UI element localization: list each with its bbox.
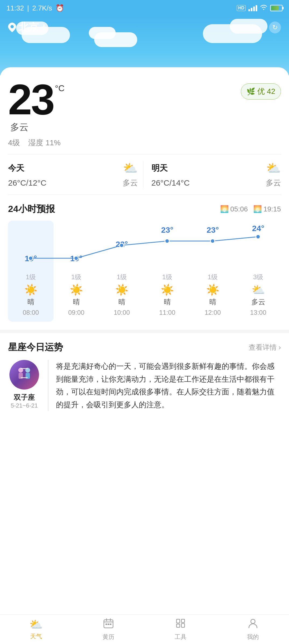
svg-rect-18 xyxy=(108,624,109,625)
wind-humidity: 4级 湿度 11% xyxy=(8,138,281,148)
temp-2: 22° xyxy=(116,240,128,249)
network-speed: 2.7K/s xyxy=(32,4,52,12)
bottom-spacer xyxy=(0,419,289,451)
temp-chart-area-2: 22° xyxy=(116,223,128,266)
desc-1: 晴 xyxy=(73,297,80,307)
aqi-value: 优 42 xyxy=(257,86,275,97)
separator: | xyxy=(27,4,29,12)
status-left: 11:32 | 2.7K/s ⏰ xyxy=(6,4,64,12)
time-4: 12:00 xyxy=(205,309,221,320)
wind-1: 1级 xyxy=(71,273,81,281)
time-2: 10:00 xyxy=(114,309,130,320)
weather-icon-3: ☀️ xyxy=(161,284,174,296)
wind-4: 1级 xyxy=(208,273,218,281)
top-header: 北京 + ↻ xyxy=(0,16,289,75)
today-weather-desc: 多云 xyxy=(123,178,138,188)
section-24h: 24小时预报 🌅 05:06 🌅 19:15 xyxy=(0,195,289,322)
refresh-button[interactable]: ↻ xyxy=(269,22,281,33)
status-bar: 11:32 | 2.7K/s ⏰ HD xyxy=(0,0,289,16)
nav-profile[interactable]: 我的 xyxy=(217,615,289,644)
cloud-decoration xyxy=(16,22,48,35)
bottom-nav: ⛅ 天气 黄历 工具 xyxy=(0,614,289,644)
svg-rect-23 xyxy=(181,624,185,627)
svg-point-24 xyxy=(251,619,255,624)
wind-2: 1级 xyxy=(117,273,127,281)
section-separator xyxy=(0,330,289,333)
location-pin-icon xyxy=(8,23,16,32)
weather-icon-0: ☀️ xyxy=(24,284,38,296)
nav-almanac[interactable]: 黄历 xyxy=(72,615,145,644)
temp-chart-area-1: 19° xyxy=(70,223,82,266)
hourly-cols: 19° 1级 ☀️ 晴 08:00 19° 1级 ☀️ 晴 09:00 xyxy=(8,221,281,322)
tomorrow-weather-desc: 多云 xyxy=(266,178,281,188)
nav-almanac-icon xyxy=(103,618,114,631)
time-5: 13:00 xyxy=(250,309,266,320)
sunrise-item: 🌅 05:06 xyxy=(220,205,248,213)
sunset-time: 19:15 xyxy=(263,205,281,213)
hour-col-3: 23° 1级 ☀️ 晴 11:00 xyxy=(144,221,190,322)
cloud-decoration xyxy=(89,27,116,39)
nav-weather[interactable]: ⛅ 天气 xyxy=(0,615,72,644)
section-header-24h: 24小时预报 🌅 05:06 🌅 19:15 xyxy=(8,203,281,215)
desc-0: 晴 xyxy=(27,297,34,307)
tomorrow-bottom: 26°C/14°C 多云 xyxy=(151,178,281,188)
desc-5: 多云 xyxy=(251,297,265,307)
horoscope-content: 双子座 5-21~6-21 将是充满好奇心的一天，可能会遇到很多新鲜有趣的事情。… xyxy=(8,360,281,411)
svg-point-0 xyxy=(10,25,14,28)
temp-1: 19° xyxy=(70,254,82,263)
time-1: 09:00 xyxy=(68,309,84,320)
today-bottom: 26°C/12°C 多云 xyxy=(8,178,138,188)
nav-tools-label: 工具 xyxy=(175,633,186,641)
tomorrow-weather-icon: ⛅ xyxy=(266,161,281,175)
weather-icon-2: ☀️ xyxy=(115,284,129,296)
wind-level: 4级 xyxy=(8,139,20,147)
svg-rect-17 xyxy=(105,624,107,625)
hd-badge: HD xyxy=(237,5,246,11)
svg-rect-21 xyxy=(177,624,180,627)
temp-5: 24° xyxy=(252,224,264,233)
tomorrow-temps: 26°C/14°C xyxy=(151,178,190,187)
svg-rect-19 xyxy=(110,624,111,625)
horoscope-section: 星座今日运势 查看详情 › 双子座 5-21~6-21 xyxy=(0,333,289,419)
svg-rect-22 xyxy=(181,619,185,622)
temp-left: 23 °C 多云 xyxy=(8,78,65,133)
section-title-24h: 24小时预报 xyxy=(8,203,55,215)
sunrise-time: 05:06 xyxy=(230,205,248,213)
signal-bars xyxy=(248,5,257,11)
wind-3: 1级 xyxy=(162,273,172,281)
weather-description: 多云 xyxy=(10,121,29,133)
time: 11:32 xyxy=(6,4,24,12)
sunset-icon: 🌅 xyxy=(253,205,262,213)
gemini-svg xyxy=(15,365,34,384)
desc-2: 晴 xyxy=(118,297,125,307)
temp-4: 23° xyxy=(207,225,219,235)
sunrise-icon: 🌅 xyxy=(220,205,229,213)
tomorrow-forecast: 明天 ⛅ 26°C/14°C 多云 xyxy=(143,161,281,188)
temp-chart-area-5: 24° xyxy=(252,223,264,266)
today-label: 今天 ⛅ xyxy=(8,161,138,175)
hourly-forecast: 19° 1级 ☀️ 晴 08:00 19° 1级 ☀️ 晴 09:00 xyxy=(8,221,281,322)
humidity: 湿度 11% xyxy=(28,139,61,147)
status-right: HD xyxy=(237,4,283,12)
wifi-icon xyxy=(260,4,267,12)
svg-rect-20 xyxy=(177,619,180,623)
temp-chart-area-3: 23° xyxy=(161,223,173,266)
wind-0: 1级 xyxy=(26,273,36,281)
horoscope-header: 星座今日运势 查看详情 › xyxy=(8,341,281,353)
horoscope-detail-link[interactable]: 查看详情 › xyxy=(249,343,281,352)
time-0: 08:00 xyxy=(23,309,39,320)
horoscope-text: 将是充满好奇心的一天，可能会遇到很多新鲜有趣的事情。你会感到能量充沛，让你充满动… xyxy=(56,360,281,411)
zodiac-name: 双子座 xyxy=(14,393,35,402)
horoscope-divider xyxy=(48,360,48,411)
desc-3: 晴 xyxy=(164,297,171,307)
temp-chart-area-4: 23° xyxy=(207,223,219,266)
forecast-row: 今天 ⛅ 26°C/12°C 多云 明天 ⛅ 26°C/14°C 多云 xyxy=(8,154,281,195)
weather-icon-5: ⛅ xyxy=(252,284,265,296)
sunrise-sunset: 🌅 05:06 🌅 19:15 xyxy=(220,205,281,213)
nav-tools[interactable]: 工具 xyxy=(144,615,217,644)
temp-0: 19° xyxy=(25,254,37,263)
main-card: 23 °C 多云 🌿 优 42 4级 湿度 11% 今天 ⛅ 26°C/12°C… xyxy=(0,67,289,195)
hour-col-2: 22° 1级 ☀️ 晴 10:00 xyxy=(99,221,144,322)
wind-5: 3级 xyxy=(253,273,263,281)
leaf-icon: 🌿 xyxy=(246,87,255,96)
